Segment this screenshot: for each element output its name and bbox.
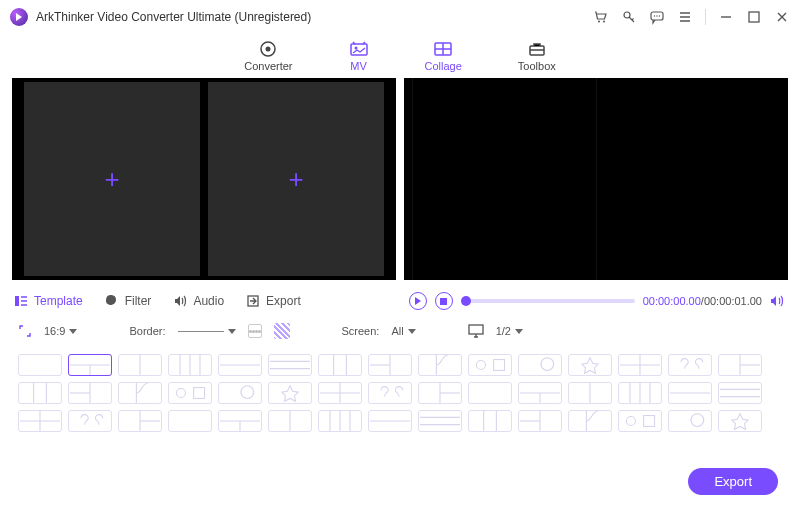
svg-rect-14 bbox=[15, 296, 19, 306]
template-thumb[interactable] bbox=[68, 410, 112, 432]
converter-icon bbox=[258, 40, 278, 58]
film-strip-left bbox=[404, 78, 412, 280]
tab-toolbox[interactable]: Toolbox bbox=[518, 40, 556, 72]
workspace: + + bbox=[0, 78, 800, 286]
template-thumb[interactable] bbox=[468, 354, 512, 376]
audio-icon bbox=[173, 294, 187, 308]
main-tabs: Converter MV Collage Toolbox bbox=[0, 34, 800, 78]
add-icon: + bbox=[288, 164, 303, 195]
border-style-dropdown[interactable] bbox=[178, 329, 236, 334]
template-thumb[interactable] bbox=[168, 382, 212, 404]
export-button[interactable]: Export bbox=[688, 468, 778, 495]
border-color-picker[interactable] bbox=[274, 323, 290, 339]
tab-collage[interactable]: Collage bbox=[425, 40, 462, 72]
screen-dropdown[interactable]: All bbox=[391, 325, 415, 337]
audio-tab[interactable]: Audio bbox=[173, 294, 224, 308]
tab-converter[interactable]: Converter bbox=[244, 40, 292, 72]
collage-slot-1[interactable]: + bbox=[24, 82, 200, 276]
template-thumb[interactable] bbox=[568, 410, 612, 432]
preview-slot-1 bbox=[412, 78, 596, 280]
template-thumb[interactable] bbox=[718, 410, 762, 432]
menu-icon[interactable] bbox=[677, 9, 693, 25]
template-thumb[interactable] bbox=[668, 354, 712, 376]
stop-button[interactable] bbox=[435, 292, 453, 310]
aspect-ratio-dropdown[interactable]: 16:9 bbox=[44, 325, 77, 337]
template-thumb[interactable] bbox=[468, 410, 512, 432]
template-options: 16:9 Border: Screen: All 1/2 bbox=[0, 316, 800, 346]
film-strip-left bbox=[12, 78, 20, 280]
template-thumb[interactable] bbox=[618, 382, 662, 404]
chevron-down-icon bbox=[69, 329, 77, 334]
template-thumb[interactable] bbox=[268, 382, 312, 404]
template-thumb[interactable] bbox=[618, 354, 662, 376]
template-thumb[interactable] bbox=[68, 354, 112, 376]
preview-pane bbox=[404, 78, 788, 280]
template-thumb[interactable] bbox=[518, 410, 562, 432]
template-thumb[interactable] bbox=[218, 410, 262, 432]
filter-label: Filter bbox=[125, 294, 152, 308]
template-thumb[interactable] bbox=[118, 410, 162, 432]
template-thumb[interactable] bbox=[568, 382, 612, 404]
template-thumb[interactable] bbox=[18, 354, 62, 376]
page-dropdown[interactable]: 1/2 bbox=[496, 325, 523, 337]
template-thumb[interactable] bbox=[118, 382, 162, 404]
template-thumb[interactable] bbox=[468, 382, 512, 404]
template-thumb[interactable] bbox=[518, 354, 562, 376]
toolbox-icon bbox=[527, 40, 547, 58]
template-thumb[interactable] bbox=[518, 382, 562, 404]
template-thumb[interactable] bbox=[668, 410, 712, 432]
key-icon[interactable] bbox=[621, 9, 637, 25]
filter-icon bbox=[105, 294, 119, 308]
cart-icon[interactable] bbox=[593, 9, 609, 25]
template-thumb[interactable] bbox=[268, 354, 312, 376]
template-thumb[interactable] bbox=[168, 410, 212, 432]
svg-point-1 bbox=[603, 21, 605, 23]
svg-rect-41 bbox=[194, 388, 205, 399]
seek-slider[interactable] bbox=[461, 299, 635, 303]
play-button[interactable] bbox=[409, 292, 427, 310]
border-toggle[interactable] bbox=[248, 324, 262, 338]
template-thumb[interactable] bbox=[718, 354, 762, 376]
seek-knob[interactable] bbox=[461, 296, 471, 306]
border-label: Border: bbox=[129, 325, 165, 337]
svg-point-74 bbox=[626, 416, 635, 425]
template-thumb[interactable] bbox=[418, 410, 462, 432]
template-thumb[interactable] bbox=[268, 410, 312, 432]
template-row bbox=[18, 354, 782, 376]
template-thumb[interactable] bbox=[318, 354, 362, 376]
template-thumb[interactable] bbox=[18, 410, 62, 432]
template-thumb[interactable] bbox=[418, 382, 462, 404]
template-thumb[interactable] bbox=[318, 382, 362, 404]
template-thumb[interactable] bbox=[368, 382, 412, 404]
time-display: 00:00:00.00/00:00:01.00 bbox=[643, 295, 762, 307]
template-thumb[interactable] bbox=[418, 354, 462, 376]
svg-rect-31 bbox=[494, 360, 505, 371]
chat-icon[interactable] bbox=[649, 9, 665, 25]
separator bbox=[705, 9, 706, 25]
template-thumb[interactable] bbox=[218, 354, 262, 376]
minimize-button[interactable] bbox=[718, 9, 734, 25]
template-thumb[interactable] bbox=[168, 354, 212, 376]
template-thumb[interactable] bbox=[368, 410, 412, 432]
template-thumb[interactable] bbox=[118, 354, 162, 376]
close-button[interactable] bbox=[774, 9, 790, 25]
film-strip-right bbox=[388, 78, 396, 280]
template-thumb[interactable] bbox=[668, 382, 712, 404]
maximize-button[interactable] bbox=[746, 9, 762, 25]
template-thumb[interactable] bbox=[568, 354, 612, 376]
template-thumb[interactable] bbox=[368, 354, 412, 376]
template-thumb[interactable] bbox=[618, 410, 662, 432]
filter-tab[interactable]: Filter bbox=[105, 294, 152, 308]
template-thumb[interactable] bbox=[718, 382, 762, 404]
template-tab[interactable]: Template bbox=[14, 294, 83, 308]
template-thumb[interactable] bbox=[318, 410, 362, 432]
svg-rect-16 bbox=[440, 298, 447, 305]
collage-slot-2[interactable]: + bbox=[208, 82, 384, 276]
export-tab[interactable]: Export bbox=[246, 294, 301, 308]
template-thumb[interactable] bbox=[18, 382, 62, 404]
footer: Export bbox=[688, 468, 778, 495]
volume-icon[interactable] bbox=[770, 294, 786, 308]
template-thumb[interactable] bbox=[68, 382, 112, 404]
template-thumb[interactable] bbox=[218, 382, 262, 404]
tab-mv[interactable]: MV bbox=[349, 40, 369, 72]
